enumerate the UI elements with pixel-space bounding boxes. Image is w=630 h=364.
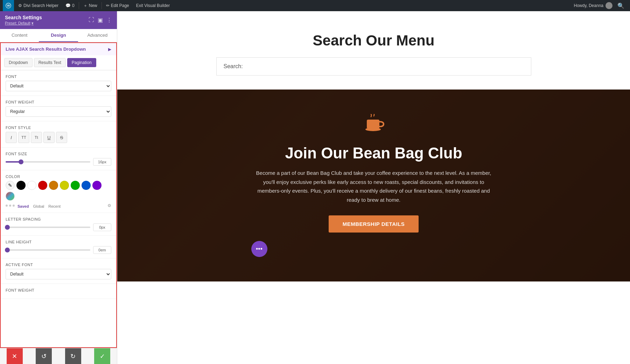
letter-spacing-input[interactable]: 0px <box>93 223 111 231</box>
color-green[interactable] <box>71 181 80 190</box>
active-font-label: Active Font <box>6 263 111 267</box>
search-input-bar[interactable]: Search: <box>216 57 531 76</box>
content-area: Search Our Menu Search: <box>117 11 630 364</box>
line-height-track[interactable] <box>6 249 90 251</box>
font-weight2-setting: Font Weight <box>1 284 116 299</box>
save-button[interactable]: ✓ <box>94 348 110 364</box>
color-purple[interactable] <box>92 181 102 190</box>
letter-spacing-slider-row: 0px <box>6 223 111 231</box>
font-setting: Font Default <box>1 70 116 96</box>
uppercase-button[interactable]: TT <box>18 132 29 143</box>
search-section: Search Our Menu Search: <box>117 11 630 90</box>
separator <box>79 2 79 9</box>
font-style-setting: Font Style I TT Tt U S <box>1 121 116 148</box>
color-custom[interactable] <box>6 192 15 201</box>
font-size-setting: Font Size 16px <box>1 148 116 170</box>
settings-tabs: Content Design Advanced <box>0 29 117 42</box>
coffee-icon <box>251 114 496 139</box>
line-height-thumb[interactable] <box>5 248 10 252</box>
settings-panel: Search Settings Preset: Default ▾ ⛶ ▣ ⋮ … <box>0 11 117 364</box>
font-size-slider-row: 16px <box>6 158 111 166</box>
divi-search-helper[interactable]: ⚙ Divi Search Helper <box>15 0 61 11</box>
layout-icon[interactable]: ▣ <box>98 17 103 23</box>
search-label: Search: <box>224 63 243 69</box>
dots-button[interactable]: ••• <box>251 241 267 257</box>
settings-preset[interactable]: Preset: Default ▾ <box>5 21 42 26</box>
user-menu[interactable]: Howdy, Deanna 🔍 <box>574 2 628 9</box>
comment-icon: 💬 <box>65 3 71 8</box>
undo-button[interactable]: ↺ <box>36 348 52 364</box>
tab-design[interactable]: Design <box>39 29 78 42</box>
letter-spacing-track[interactable] <box>6 227 90 228</box>
membership-button[interactable]: Membership Details <box>329 215 419 233</box>
admin-bar: W ⚙ Divi Search Helper 💬 0 ＋ New ✏ Edit … <box>0 0 630 11</box>
underline-button[interactable]: U <box>43 132 55 143</box>
svg-text:W: W <box>7 4 10 7</box>
color-dots <box>6 205 15 207</box>
strikethrough-button[interactable]: S <box>56 132 67 143</box>
separator2 <box>102 2 102 9</box>
plus-icon: ＋ <box>83 3 88 9</box>
color-tab-recent[interactable]: Recent <box>48 204 61 208</box>
fullscreen-icon[interactable]: ⛶ <box>89 17 94 23</box>
howdy-text: Howdy, Deanna <box>574 3 604 8</box>
capitalize-button[interactable]: Tt <box>31 132 42 143</box>
color-gear-icon[interactable]: ⚙ <box>107 203 111 208</box>
subtab-pagination[interactable]: Pagination <box>67 58 96 67</box>
font-label: Font <box>6 74 111 79</box>
color-blue[interactable] <box>82 181 91 190</box>
dot2 <box>9 205 11 207</box>
section-header[interactable]: Live AJAX Search Results Dropdown ▶ <box>1 43 116 55</box>
settings-header-icons: ⛶ ▣ ⋮ <box>89 17 112 23</box>
color-setting: Color ✎ <box>1 170 116 213</box>
main-layout: Search Settings Preset: Default ▾ ⛶ ▣ ⋮ … <box>0 11 630 364</box>
active-font-select[interactable]: Default <box>6 269 111 279</box>
eyedropper-swatch[interactable]: ✎ <box>6 181 15 190</box>
club-section: Join Our Bean Bag Club Become a part of … <box>117 90 630 281</box>
font-weight-setting: Font Weight Regular <box>1 96 116 121</box>
comment-count[interactable]: 💬 0 <box>63 0 77 11</box>
dot1 <box>6 205 8 207</box>
line-height-slider-row: 0em <box>6 246 111 254</box>
club-title: Join Our Bean Bag Club <box>251 145 496 162</box>
font-weight-select[interactable]: Regular <box>6 106 111 117</box>
font-select[interactable]: Default <box>6 81 111 91</box>
wp-logo[interactable]: W <box>3 0 14 11</box>
redo-button[interactable]: ↻ <box>65 348 81 364</box>
divi-icon: ⚙ <box>18 3 22 8</box>
font-size-track[interactable] <box>6 161 90 163</box>
settings-header-left: Search Settings Preset: Default ▾ <box>5 15 42 26</box>
svg-point-3 <box>365 128 381 131</box>
color-yellow[interactable] <box>60 181 69 190</box>
search-icon[interactable]: 🔍 <box>615 2 627 9</box>
color-black[interactable] <box>16 181 26 190</box>
letter-spacing-setting: Letter Spacing 0px <box>1 213 116 236</box>
new-button[interactable]: ＋ New <box>80 0 100 11</box>
color-tabs: Saved Global Recent <box>18 204 61 208</box>
bottom-bar: ✕ ↺ ↻ ✓ <box>0 348 117 364</box>
font-size-input[interactable]: 16px <box>93 158 111 166</box>
settings-header: Search Settings Preset: Default ▾ ⛶ ▣ ⋮ <box>0 11 117 29</box>
color-orange[interactable] <box>49 181 58 190</box>
tab-advanced[interactable]: Advanced <box>78 29 117 42</box>
line-height-input[interactable]: 0em <box>93 246 111 254</box>
italic-button[interactable]: I <box>6 132 17 143</box>
settings-content: Live AJAX Search Results Dropdown ▶ Drop… <box>0 42 117 348</box>
font-size-thumb[interactable] <box>19 159 23 164</box>
color-tab-global[interactable]: Global <box>33 204 44 208</box>
subtab-results-text[interactable]: Results Text <box>34 58 66 67</box>
letter-spacing-thumb[interactable] <box>5 225 10 230</box>
tab-content[interactable]: Content <box>0 29 39 42</box>
more-icon[interactable]: ⋮ <box>106 17 112 23</box>
close-button[interactable]: ✕ <box>7 348 23 364</box>
color-red[interactable] <box>38 181 47 190</box>
color-white[interactable] <box>27 181 36 190</box>
pencil-icon: ✏ <box>106 3 110 8</box>
line-height-label: Line Height <box>6 240 111 244</box>
subtab-dropdown[interactable]: Dropdown <box>4 58 33 67</box>
exit-builder-button[interactable]: Exit Visual Builder <box>133 0 173 11</box>
undo-icon: ↺ <box>41 352 47 360</box>
color-tab-saved[interactable]: Saved <box>18 204 29 208</box>
edit-page-button[interactable]: ✏ Edit Page <box>103 0 132 11</box>
club-content: Join Our Bean Bag Club Become a part of … <box>251 114 496 257</box>
